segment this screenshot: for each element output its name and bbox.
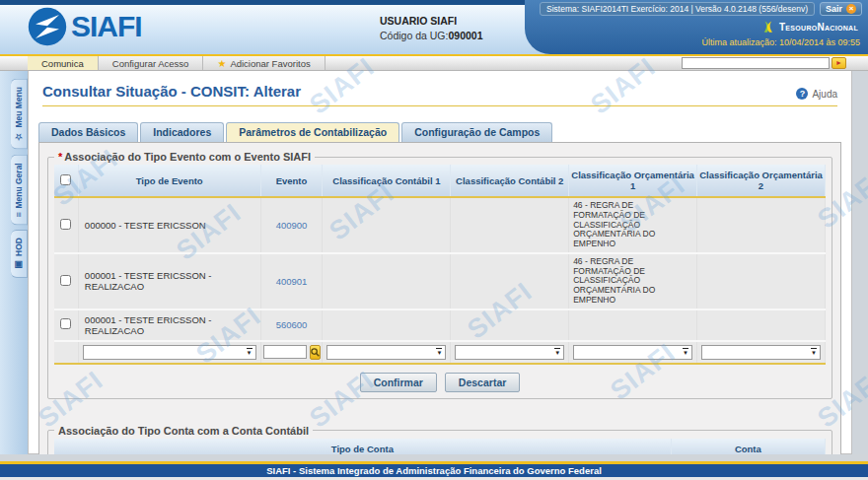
system-info: Sistema: SIAFI2014TI Exercício: 2014 | V… [540, 2, 815, 16]
tab-dados-basicos-label: Dados Básicos [51, 126, 125, 138]
quick-search-input[interactable] [682, 57, 830, 69]
row-checkbox[interactable] [60, 275, 71, 286]
classificacao-contabil-1-cell [323, 197, 451, 253]
monitor-icon: ▣ [14, 260, 24, 270]
main-panel: Consultar Situação - CONSIT: Alterar ? A… [28, 71, 852, 454]
event-input-row: ▼ [54, 341, 826, 364]
help-link[interactable]: ? Ajuda [796, 88, 837, 100]
event-table-row: 000001 - TESTE ERICSSON - REALIZACAO 560… [54, 309, 826, 341]
cc1-input-cell: ▼ [323, 341, 451, 364]
evento-cell: 560600 [260, 309, 323, 341]
tab-configuracao-label: Configuração de Campos [414, 126, 540, 138]
classificacao-orcamentaria-1-cell: 46 - REGRA DE FORMATAÇÃO DE CLASSIFICAÇÃ… [569, 197, 697, 253]
classificacao-orcamentaria-1-cell: 46 - REGRA DE FORMATAÇÃO DE CLASSIFICAÇÃ… [569, 253, 697, 309]
top-tab-configurar-acesso-label: Configurar Acesso [112, 58, 189, 69]
search-go-button[interactable]: ► [832, 57, 846, 69]
tab-indicadores[interactable]: Indicadores [140, 122, 224, 142]
ug-label: Código da UG: [380, 30, 448, 41]
tipo-evento-cell: 000000 - TESTE ERICSSON [78, 197, 260, 253]
sidebar-menu-geral-label: Menu Geral [14, 163, 24, 208]
top-tab-comunica[interactable]: Comunica [28, 56, 99, 70]
select-all-cell [54, 165, 78, 197]
app-header: SIAFI USUARIO SIAFI Código da UG:090001 … [0, 5, 868, 54]
tipo-evento-select[interactable]: ▼ [83, 345, 256, 360]
column-header-classificacao-orcamentaria-1: Classificação Orçamentária 1 [569, 165, 697, 197]
top-tab-bar: Comunica Configurar Acesso ★ Adicionar F… [0, 54, 868, 71]
column-header-tipo-evento: Tipo de Evento [78, 165, 260, 197]
account-association-title: Associação do Tipo Conta com a Conta Con… [58, 425, 309, 437]
classificacao-contabil-2-cell [451, 309, 569, 341]
left-sidebar: ☆ Meu Menu ≡ Menu Geral ▣ HOD [0, 71, 28, 454]
confirmar-button[interactable]: Confirmar [360, 373, 437, 392]
classificacao-contabil-1-select[interactable]: ▼ [326, 345, 446, 360]
top-tab-configurar-acesso[interactable]: Configurar Acesso [99, 56, 204, 70]
tipo-evento-cell: 000001 - TESTE ERICSSON - REALIZACAO [78, 253, 260, 309]
classificacao-contabil-2-cell [451, 197, 569, 253]
row-select-cell [54, 253, 78, 309]
footer-text: SIAFI - Sistema Integrado de Administraç… [266, 465, 602, 476]
content-tabs: Dados Básicos Indicadores Parâmetros de … [38, 122, 851, 142]
siafi-logo-text: SIAFI [71, 10, 142, 43]
classificacao-orcamentaria-2-cell [697, 309, 826, 341]
chevron-down-icon: ▼ [811, 348, 817, 356]
page-title: Consultar Situação - CONSIT: Alterar [42, 83, 301, 100]
event-buttons-row: Confirmar Descartar [54, 373, 826, 392]
row-checkbox[interactable] [60, 318, 71, 329]
column-header-classificacao-orcamentaria-2: Classificação Orçamentária 2 [697, 165, 826, 197]
tab-configuracao-campos[interactable]: Configuração de Campos [401, 122, 552, 142]
classificacao-contabil-2-cell [451, 253, 569, 309]
evento-cell: 400900 [260, 197, 323, 253]
sidebar-hod-label: HOD [14, 238, 24, 256]
classificacao-contabil-1-cell [323, 309, 451, 341]
help-label: Ajuda [812, 89, 837, 100]
co2-input-cell: ▼ [697, 341, 826, 364]
tesouro-brand: TesouroNacional [535, 20, 862, 34]
tipo-evento-input-cell: ▼ [78, 341, 260, 364]
siafi-app: SIAFI USUARIO SIAFI Código da UG:090001 … [0, 0, 868, 480]
chevron-down-icon: ▼ [436, 348, 442, 356]
logout-label: Sair [826, 4, 842, 14]
top-tab-adicionar-favoritos[interactable]: ★ Adicionar Favoritos [203, 56, 325, 70]
classificacao-contabil-1-cell [323, 253, 451, 309]
required-marker: * [58, 151, 62, 163]
sidebar-item-menu-geral[interactable]: ≡ Menu Geral [11, 155, 28, 226]
tesouro-name: TesouroNacional [779, 22, 858, 33]
sidebar-item-meu-menu[interactable]: ☆ Meu Menu [11, 79, 28, 150]
event-association-table: Tipo de Evento Evento Classificação Cont… [54, 165, 826, 365]
star-icon: ★ [217, 58, 226, 69]
sidebar-item-hod[interactable]: ▣ HOD [11, 230, 28, 278]
evento-input[interactable] [263, 345, 307, 359]
footer-gap [0, 454, 868, 461]
classificacao-orcamentaria-2-select[interactable]: ▼ [701, 345, 821, 360]
help-icon: ? [796, 88, 808, 100]
input-row-empty-cell [54, 341, 78, 364]
tipo-evento-cell: 000001 - TESTE ERICSSON - REALIZACAO [78, 309, 260, 341]
select-all-checkbox[interactable] [60, 174, 71, 185]
sidebar-meu-menu-label: Meu Menu [14, 87, 24, 128]
column-header-evento: Evento [260, 165, 323, 197]
event-association-title: Associação do Tipo Evento com o Evento S… [64, 151, 311, 163]
evento-lookup-button[interactable] [310, 345, 321, 360]
tab-parametros-contabilizacao[interactable]: Parâmetros de Contabilização [226, 122, 399, 142]
classificacao-contabil-2-select[interactable]: ▼ [455, 345, 564, 360]
chevron-down-icon: ▼ [554, 348, 560, 356]
event-table-row: 000001 - TESTE ERICSSON - REALIZACAO 400… [54, 253, 826, 309]
descartar-button[interactable]: Descartar [445, 373, 520, 392]
tesouro-icon [760, 20, 775, 34]
logout-button[interactable]: Sair × [820, 2, 862, 16]
top-tab-adicionar-favoritos-label: Adicionar Favoritos [230, 58, 310, 69]
tab-content-panel: *Associação do Tipo Evento com o Evento … [38, 142, 841, 480]
magnifier-icon [311, 348, 320, 357]
account-association-legend: Associação do Tipo Conta com a Conta Con… [54, 425, 313, 437]
event-table-header-row: Tipo de Evento Evento Classificação Cont… [54, 165, 826, 197]
classificacao-orcamentaria-2-cell [697, 253, 826, 309]
classificacao-orcamentaria-1-select[interactable]: ▼ [573, 345, 692, 360]
chevron-down-icon: ▼ [247, 348, 253, 356]
title-row: Consultar Situação - CONSIT: Alterar ? A… [42, 83, 837, 106]
siafi-logo: SIAFI [28, 7, 142, 46]
row-checkbox[interactable] [60, 219, 71, 230]
column-header-classificacao-contabil-2: Classificação Contábil 2 [451, 165, 569, 197]
classificacao-orcamentaria-2-cell [697, 197, 826, 253]
tab-dados-basicos[interactable]: Dados Básicos [38, 122, 138, 142]
top-tab-comunica-label: Comunica [41, 58, 84, 69]
